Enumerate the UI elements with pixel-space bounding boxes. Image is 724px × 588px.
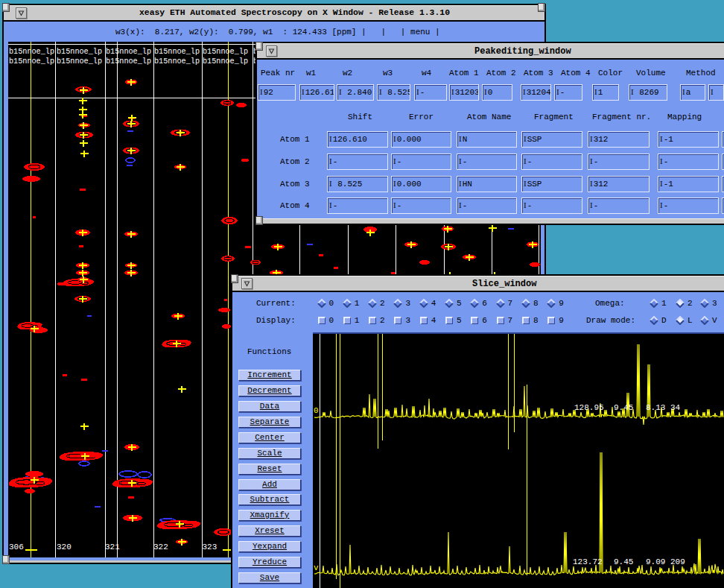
- svg-text:b15nnoe_lp: b15nnoe_lp: [9, 47, 54, 56]
- svg-text:8.13 34: 8.13 34: [646, 403, 681, 412]
- svg-text:b15nnoe_lp: b15nnoe_lp: [57, 47, 102, 56]
- svg-text:0: 0: [314, 406, 319, 415]
- svg-text:v: v: [314, 563, 319, 572]
- svg-text:b15nnoe_lp: b15nnoe_lp: [9, 57, 54, 66]
- svg-text:b15nnoe_lp: b15nnoe_lp: [57, 57, 102, 66]
- svg-text:321: 321: [105, 543, 120, 551]
- svg-text:320: 320: [57, 543, 72, 551]
- svg-text:b15nnoe_lp: b15nnoe_lp: [203, 47, 248, 56]
- svg-text:b15nnoe_lp: b15nnoe_lp: [106, 57, 151, 66]
- svg-text:128.95: 128.95: [574, 403, 604, 412]
- svg-text:306: 306: [9, 543, 24, 551]
- svg-text:b15nnoe_lp: b15nnoe_lp: [203, 57, 248, 66]
- svg-text:9.09 209: 9.09 209: [646, 557, 685, 566]
- svg-text:323: 323: [203, 543, 217, 551]
- svg-text:322: 322: [153, 543, 168, 551]
- svg-text:b15nnoe_lp: b15nnoe_lp: [154, 57, 200, 66]
- svg-text:9.45: 9.45: [614, 403, 633, 412]
- svg-text:b15nnoe_lp: b15nnoe_lp: [106, 47, 151, 56]
- svg-text:9.45: 9.45: [614, 557, 633, 566]
- svg-text:b15nnoe_lp: b15nnoe_lp: [154, 47, 200, 56]
- svg-text:123.72: 123.72: [573, 557, 603, 566]
